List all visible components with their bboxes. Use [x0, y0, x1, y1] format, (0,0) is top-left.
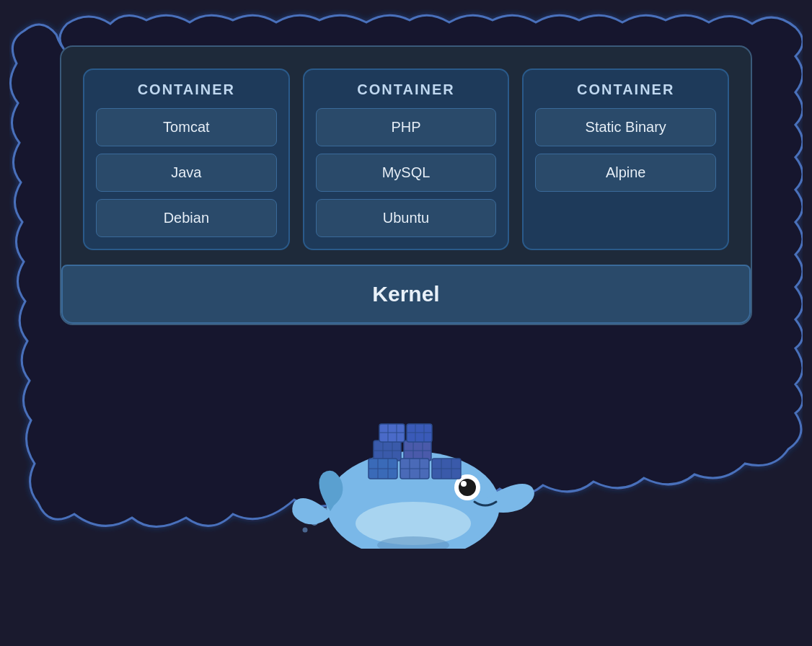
container-3-label: CONTAINER — [535, 81, 716, 98]
container-1-layer-2: Debian — [96, 199, 277, 237]
containers-row: CONTAINER Tomcat Java Debian CONTAINER P… — [83, 68, 729, 250]
container-1-layer-0: Tomcat — [96, 108, 277, 146]
container-2-layer-2: Ubuntu — [316, 199, 497, 237]
main-wrapper: CONTAINER Tomcat Java Debian CONTAINER P… — [9, 9, 803, 637]
docker-whale — [262, 347, 550, 549]
kernel-label: Kernel — [372, 282, 439, 306]
svg-point-2 — [303, 528, 308, 533]
container-2: CONTAINER PHP MySQL Ubuntu — [303, 68, 510, 250]
container-2-layer-0: PHP — [316, 108, 497, 146]
container-3: CONTAINER Static Binary Alpine — [522, 68, 729, 250]
kernel-bar: Kernel — [61, 265, 751, 324]
container-1-label: CONTAINER — [96, 81, 277, 98]
svg-point-7 — [461, 481, 467, 487]
docker-panel: CONTAINER Tomcat Java Debian CONTAINER P… — [60, 45, 752, 325]
svg-point-6 — [459, 479, 476, 496]
container-2-label: CONTAINER — [316, 81, 497, 98]
container-3-layer-0: Static Binary — [535, 108, 716, 146]
container-2-layer-1: MySQL — [316, 154, 497, 192]
whale-area — [60, 347, 752, 549]
container-1: CONTAINER Tomcat Java Debian — [83, 68, 290, 250]
container-3-layer-1: Alpine — [535, 154, 716, 192]
container-1-layer-1: Java — [96, 154, 277, 192]
